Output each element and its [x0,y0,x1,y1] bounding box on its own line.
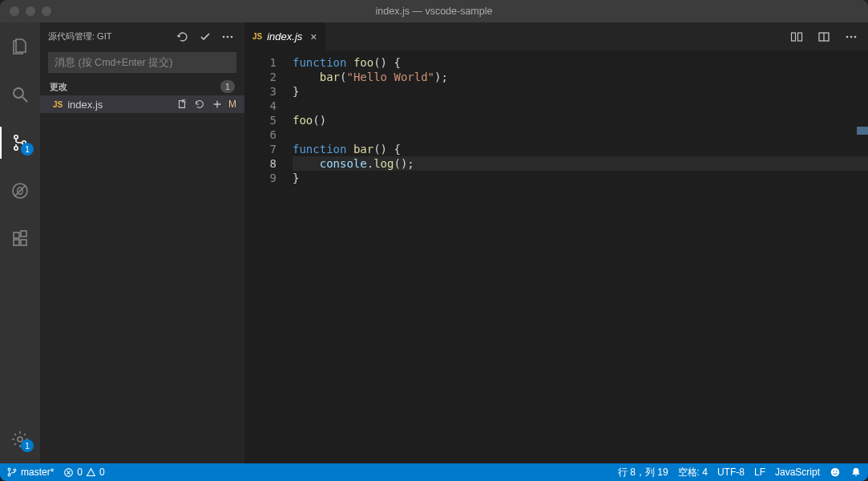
feedback-button[interactable] [830,467,841,478]
minimap-marker [857,127,868,135]
settings-badge: 1 [21,439,34,452]
changes-count: 1 [220,80,235,93]
stage-changes-button[interactable] [211,98,224,111]
svg-rect-9 [14,240,19,245]
settings-button[interactable]: 1 [0,423,40,455]
minimize-window-button[interactable] [26,6,35,16]
line-number: 6 [244,127,277,142]
tab-file-name: index.js [267,30,302,42]
smiley-icon [830,467,841,478]
line-number: 7 [244,142,277,156]
changes-section-header[interactable]: 更改 1 [40,78,244,95]
refresh-button[interactable] [174,28,192,46]
editor-tab[interactable]: JS index.js × [244,22,326,51]
cursor-position[interactable]: 行 8，列 19 [618,466,668,479]
svg-point-3 [14,147,18,150]
svg-point-20 [846,35,849,38]
svg-point-2 [14,135,18,139]
split-icon [818,30,830,43]
warning-count: 0 [99,467,105,478]
svg-rect-8 [14,232,19,238]
error-icon [63,467,74,478]
status-bar: master* 0 0 行 8，列 19 空格: 4 UTF-8 LF Java… [0,463,868,481]
diff-icon [790,30,803,43]
encoding-status[interactable]: UTF-8 [717,467,745,478]
svg-point-21 [850,35,853,38]
svg-point-25 [14,469,16,471]
editor-actions [788,22,868,51]
indentation-status[interactable]: 空格: 4 [678,466,708,479]
editor-tabs: JS index.js × [244,22,868,51]
bell-icon [850,467,862,478]
svg-rect-11 [21,231,26,236]
window-controls [0,6,51,16]
search-tab[interactable] [0,79,40,111]
scm-badge: 1 [21,143,34,156]
file-lang-badge: JS [53,100,63,109]
line-number: 1 [244,55,277,70]
eol-status[interactable]: LF [754,467,765,478]
plus-icon [212,99,223,110]
titlebar: index.js — vscode-sample [0,0,868,22]
tab-close-button[interactable]: × [310,30,317,43]
tab-lang-badge: JS [252,32,262,41]
extensions-tab[interactable] [0,223,40,255]
editor-more-button[interactable] [842,28,860,46]
explorer-tab[interactable] [0,30,40,63]
svg-point-15 [231,35,233,38]
window-title: index.js — vscode-sample [0,6,868,17]
notifications-button[interactable] [850,467,862,478]
svg-point-14 [227,35,229,38]
changed-file-row[interactable]: JS index.js M [40,95,244,113]
search-icon [10,85,30,104]
more-actions-button[interactable] [219,28,236,46]
refresh-icon [176,30,189,43]
debug-tab[interactable] [0,175,40,207]
svg-point-22 [854,35,857,38]
code-content[interactable]: function foo() { bar("Hello World"); } f… [293,51,868,463]
svg-point-13 [223,35,225,38]
editor-area: JS index.js × [244,22,868,463]
file-status: M [228,99,236,110]
changes-label: 更改 [50,81,67,93]
open-file-button[interactable] [176,98,188,111]
svg-point-23 [8,468,10,471]
line-numbers: 1 2 3 4 5 6 7 8 9 [244,51,293,463]
svg-point-24 [8,474,10,476]
line-number: 9 [244,171,277,185]
svg-rect-10 [21,240,26,245]
line-number: 8 [244,156,277,171]
line-number: 4 [244,99,277,113]
error-count: 0 [77,467,83,478]
check-icon [199,30,212,43]
problems-status[interactable]: 0 0 [63,467,104,478]
editor-body[interactable]: 1 2 3 4 5 6 7 8 9 function foo() { bar("… [244,51,868,463]
files-icon [10,37,30,56]
split-editor-button[interactable] [815,28,833,46]
file-name: index.js [67,99,103,111]
branch-status[interactable]: master* [6,467,54,478]
scm-title: 源代码管理: GIT [48,30,169,42]
svg-point-28 [833,471,834,472]
ellipsis-icon [845,30,858,43]
svg-line-1 [22,97,27,102]
ellipsis-icon [221,30,234,43]
discard-changes-button[interactable] [193,98,206,111]
close-window-button[interactable] [10,6,19,16]
svg-point-29 [836,471,838,472]
svg-rect-17 [798,33,802,41]
line-number: 5 [244,113,277,127]
no-bug-icon [10,181,30,200]
commit-message-input[interactable] [48,52,236,73]
language-mode[interactable]: JavaScript [775,467,820,478]
scm-header: 源代码管理: GIT [40,22,244,51]
commit-button[interactable] [196,28,214,46]
zoom-window-button[interactable] [42,6,51,16]
svg-rect-16 [792,33,796,41]
compare-changes-button[interactable] [788,28,805,46]
extensions-icon [10,229,30,249]
line-number: 3 [244,84,277,99]
scm-tab[interactable]: 1 [0,127,40,159]
goto-file-icon [176,99,188,110]
activity-bar: 1 1 [0,22,40,463]
